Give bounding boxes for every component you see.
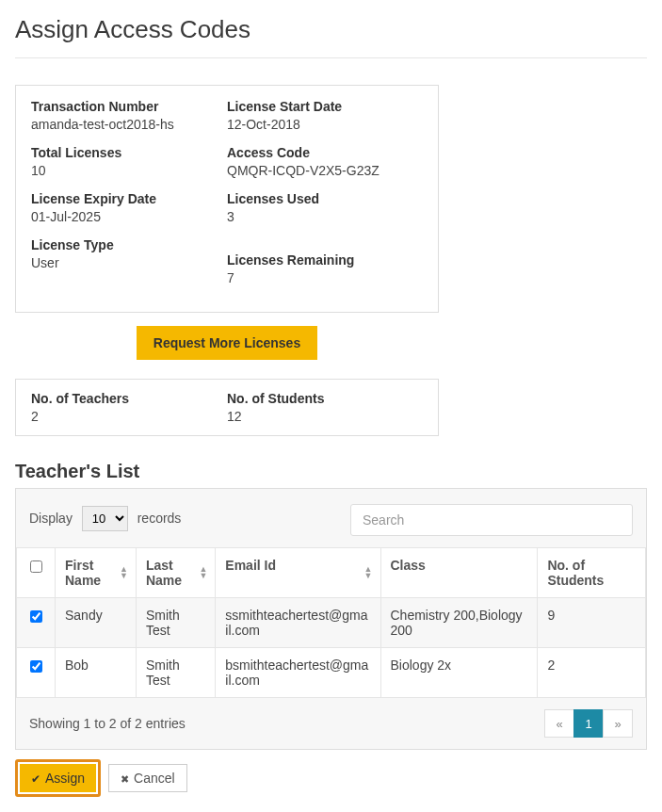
counts-panel: No. of Teachers 2 No. of Students 12 <box>15 379 439 436</box>
cancel-button[interactable]: Cancel <box>108 764 187 792</box>
sort-icon: ▲▼ <box>364 566 373 579</box>
teachers-list-title: Teacher's List <box>15 461 647 482</box>
col-first-name[interactable]: First Name ▲▼ <box>56 548 137 598</box>
teachers-count-label: No. of Teachers <box>31 391 227 406</box>
page-size-select[interactable]: 10 <box>82 506 128 531</box>
students-count-label: No. of Students <box>227 391 423 406</box>
licenses-remaining-label: Licenses Remaining <box>227 252 423 268</box>
page-size-control: Display 10 records <box>29 506 181 531</box>
total-licenses-value: 10 <box>31 163 227 178</box>
transaction-number-label: Transaction Number <box>31 99 227 114</box>
sort-icon: ▲▼ <box>120 566 128 579</box>
page-prev[interactable]: « <box>544 709 574 738</box>
select-all-checkbox[interactable] <box>30 560 42 573</box>
cell-last: Smith Test <box>136 598 215 648</box>
license-type-label: License Type <box>31 237 227 252</box>
row-checkbox[interactable] <box>30 660 42 673</box>
sort-icon: ▲▼ <box>199 566 207 579</box>
license-start-date-value: 12-Oct-2018 <box>227 117 423 132</box>
page-title: Assign Access Codes <box>15 15 647 44</box>
table-row: Bob Smith Test bsmithteachertest@gmail.c… <box>17 648 646 698</box>
license-expiry-value: 01-Jul-2025 <box>31 209 227 224</box>
license-info-panel: Transaction Number amanda-test-oct2018-h… <box>15 85 439 313</box>
cell-first: Bob <box>56 648 137 698</box>
col-class: Class <box>380 548 538 598</box>
table-row: Sandy Smith Test ssmithteachertest@gmail… <box>17 598 646 648</box>
col-students: No. of Students <box>538 548 646 598</box>
cell-email: ssmithteachertest@gmail.com <box>216 598 380 648</box>
total-licenses-label: Total Licenses <box>31 145 227 160</box>
teachers-table: First Name ▲▼ Last Name ▲▼ Email Id ▲▼ C… <box>16 547 646 698</box>
access-code-value: QMQR-ICQD-V2X5-G23Z <box>227 163 423 178</box>
licenses-used-label: Licenses Used <box>227 191 423 206</box>
col-last-name[interactable]: Last Name ▲▼ <box>136 548 215 598</box>
col-email[interactable]: Email Id ▲▼ <box>216 548 380 598</box>
highlight-assign-button: Assign <box>15 759 101 797</box>
close-icon <box>121 771 129 786</box>
transaction-number-value: amanda-test-oct2018-hs <box>31 117 227 132</box>
page-next[interactable]: » <box>603 709 633 738</box>
display-label-pre: Display <box>29 511 73 526</box>
cell-first: Sandy <box>56 598 137 648</box>
check-icon <box>31 771 40 786</box>
cell-class: Chemistry 200,Biology 200 <box>380 598 538 648</box>
licenses-remaining-value: 7 <box>227 270 423 285</box>
row-checkbox[interactable] <box>30 610 42 623</box>
teachers-count-value: 2 <box>31 409 227 424</box>
table-info: Showing 1 to 2 of 2 entries <box>29 716 186 731</box>
cell-email: bsmithteachertest@gmail.com <box>216 648 380 698</box>
display-label-post: records <box>137 511 182 526</box>
access-code-label: Access Code <box>227 145 423 160</box>
cell-last: Smith Test <box>136 648 215 698</box>
select-all-header <box>17 548 56 598</box>
cell-students: 9 <box>538 598 646 648</box>
request-more-licenses-button[interactable]: Request More Licenses <box>137 326 317 360</box>
cell-students: 2 <box>538 648 646 698</box>
license-type-value: User <box>31 255 227 270</box>
cell-class: Biology 2x <box>380 648 538 698</box>
assign-button[interactable]: Assign <box>20 764 96 792</box>
page-1[interactable]: 1 <box>573 709 604 738</box>
teachers-table-wrapper: Display 10 records First Name ▲▼ Last Na… <box>15 488 647 750</box>
licenses-used-value: 3 <box>227 209 423 224</box>
search-input[interactable] <box>350 504 633 536</box>
license-expiry-label: License Expiry Date <box>31 191 227 206</box>
divider <box>15 57 647 58</box>
pagination: « 1 » <box>545 709 633 738</box>
license-start-date-label: License Start Date <box>227 99 423 114</box>
students-count-value: 12 <box>227 409 423 424</box>
